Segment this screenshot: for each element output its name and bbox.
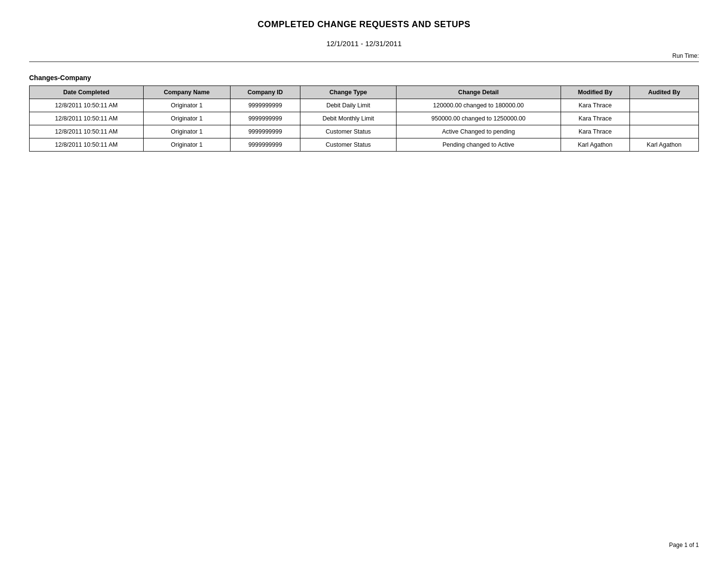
page-footer: Page 1 of 1 [669, 542, 699, 548]
table-cell: 9999999999 [230, 138, 300, 152]
table-cell: Kara Thrace [561, 99, 629, 112]
table-cell: Customer Status [300, 125, 397, 138]
table-cell: Debit Daily Limit [300, 99, 397, 112]
table-row: 12/8/2011 10:50:11 AMOriginator 19999999… [30, 99, 699, 112]
table-cell: 950000.00 changed to 1250000.00 [397, 112, 561, 125]
table-cell [629, 112, 698, 125]
col-header-audited-by: Audited By [629, 86, 698, 99]
table-cell: 9999999999 [230, 125, 300, 138]
col-header-company-name: Company Name [143, 86, 230, 99]
col-header-change-detail: Change Detail [397, 86, 561, 99]
table-cell: 12/8/2011 10:50:11 AM [30, 99, 144, 112]
table-cell: 9999999999 [230, 112, 300, 125]
page-container: COMPLETED CHANGE REQUESTS AND SETUPS 12/… [0, 0, 728, 171]
section-title: Changes-Company [29, 74, 699, 82]
table-cell: Pending changed to Active [397, 138, 561, 152]
table-cell: Karl Agathon [561, 138, 629, 152]
header-row: Date Completed Company Name Company ID C… [30, 86, 699, 99]
table-cell: Originator 1 [143, 112, 230, 125]
table-row: 12/8/2011 10:50:11 AMOriginator 19999999… [30, 125, 699, 138]
table-row: 12/8/2011 10:50:11 AMOriginator 19999999… [30, 112, 699, 125]
table-cell: 12/8/2011 10:50:11 AM [30, 112, 144, 125]
table-cell: Originator 1 [143, 138, 230, 152]
table-cell: 120000.00 changed to 180000.00 [397, 99, 561, 112]
table-cell: Active Changed to pending [397, 125, 561, 138]
col-header-change-type: Change Type [300, 86, 397, 99]
divider [29, 61, 699, 62]
table-cell: Debit Monthly Limit [300, 112, 397, 125]
table-cell: Kara Thrace [561, 112, 629, 125]
table-cell [629, 99, 698, 112]
table-cell: Customer Status [300, 138, 397, 152]
col-header-modified-by: Modified By [561, 86, 629, 99]
table-row: 12/8/2011 10:50:11 AMOriginator 19999999… [30, 138, 699, 152]
run-time-label: Run Time: [672, 52, 699, 59]
date-range: 12/1/2011 - 12/31/2011 [29, 39, 699, 48]
table-cell: Originator 1 [143, 125, 230, 138]
table-cell: Kara Thrace [561, 125, 629, 138]
col-header-date-completed: Date Completed [30, 86, 144, 99]
table-body: 12/8/2011 10:50:11 AMOriginator 19999999… [30, 99, 699, 152]
table-cell: Originator 1 [143, 99, 230, 112]
changes-table: Date Completed Company Name Company ID C… [29, 85, 699, 152]
report-title: COMPLETED CHANGE REQUESTS AND SETUPS [29, 19, 699, 30]
table-header: Date Completed Company Name Company ID C… [30, 86, 699, 99]
col-header-company-id: Company ID [230, 86, 300, 99]
table-cell: 9999999999 [230, 99, 300, 112]
table-cell: 12/8/2011 10:50:11 AM [30, 125, 144, 138]
run-time-row: Run Time: [29, 52, 699, 59]
table-cell: 12/8/2011 10:50:11 AM [30, 138, 144, 152]
table-cell: Karl Agathon [629, 138, 698, 152]
table-cell [629, 125, 698, 138]
